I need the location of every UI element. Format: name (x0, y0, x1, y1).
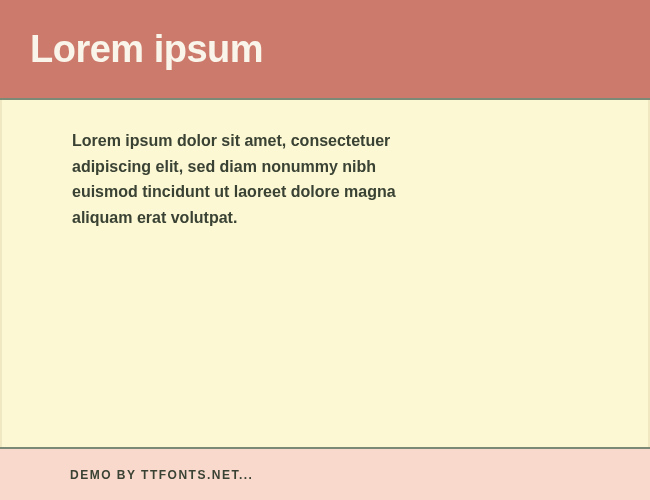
body-paragraph: Lorem ipsum dolor sit amet, consectetuer… (72, 128, 442, 230)
page-title: Lorem ipsum (30, 28, 263, 71)
footer-attribution: DEMO BY TTFONTS.NET... (70, 468, 253, 482)
content-area: Lorem ipsum dolor sit amet, consectetuer… (0, 100, 650, 447)
header-banner: Lorem ipsum (0, 0, 650, 98)
footer-bar: DEMO BY TTFONTS.NET... (0, 449, 650, 500)
